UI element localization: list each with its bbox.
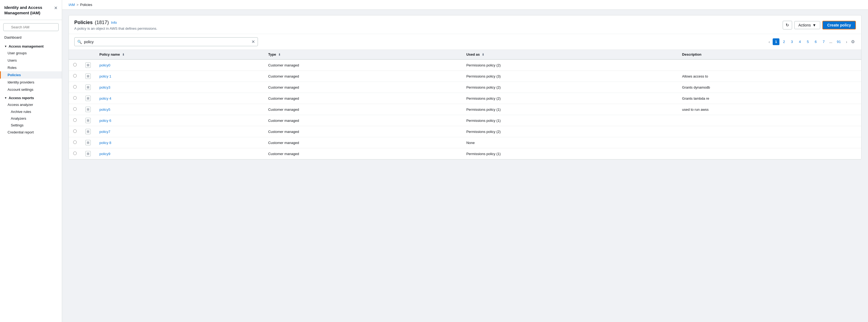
table-body: ⊞ policy0 Customer managed Permissions p… — [69, 59, 861, 159]
policy-link-policy0[interactable]: policy0 — [99, 63, 110, 67]
expand-button-policy9[interactable]: ⊞ — [85, 151, 91, 156]
radio-input-policy4[interactable] — [73, 96, 77, 100]
sidebar-item-access-analyzer[interactable]: Access analyzer — [0, 101, 62, 108]
type-sort-icon[interactable]: ⬇ — [278, 53, 281, 56]
page-7-button[interactable]: 7 — [820, 38, 827, 45]
th-description: Description — [678, 50, 861, 59]
th-policy-name: Policy name ⬇ — [95, 50, 264, 59]
page-3-button[interactable]: 3 — [788, 38, 795, 45]
row-expand-policy0[interactable]: ⊞ — [81, 59, 95, 71]
policy-name-sort-icon[interactable]: ⬇ — [122, 53, 124, 56]
main-content: IAM > Policies Policies (1817) Info A po… — [62, 0, 868, 322]
radio-input-policy6[interactable] — [73, 118, 77, 122]
row-expand-policy4[interactable]: ⊞ — [81, 93, 95, 104]
expand-button-policy8[interactable]: ⊞ — [85, 140, 91, 145]
page-2-button[interactable]: 2 — [780, 38, 787, 45]
page-91-button[interactable]: 91 — [835, 38, 843, 45]
row-radio-policy5[interactable] — [69, 104, 81, 115]
row-name-policy5: policy5 — [95, 104, 264, 115]
sidebar-item-identity-providers[interactable]: Identity providers — [0, 79, 62, 86]
sidebar-section-access-management[interactable]: ▼ Access management — [0, 41, 62, 50]
radio-input-policy9[interactable] — [73, 151, 77, 155]
expand-button-policy0[interactable]: ⊞ — [85, 62, 91, 68]
sidebar-item-roles[interactable]: Roles — [0, 64, 62, 71]
expand-button-policy7[interactable]: ⊞ — [85, 129, 91, 134]
create-policy-button[interactable]: Create policy — [823, 21, 856, 29]
radio-input-policy3[interactable] — [73, 85, 77, 89]
radio-input-policy5[interactable] — [73, 107, 77, 111]
policy-search-input[interactable] — [84, 40, 249, 44]
sidebar-item-policies[interactable]: Policies — [0, 71, 62, 79]
policy-link-policy1[interactable]: policy 1 — [99, 74, 111, 78]
sidebar-item-account-settings[interactable]: Account settings — [0, 86, 62, 93]
row-expand-policy7[interactable]: ⊞ — [81, 126, 95, 137]
row-expand-policy5[interactable]: ⊞ — [81, 104, 95, 115]
row-radio-policy7[interactable] — [69, 126, 81, 137]
expand-button-policy4[interactable]: ⊞ — [85, 96, 91, 101]
next-page-button[interactable]: › — [844, 39, 849, 45]
page-5-button[interactable]: 5 — [804, 38, 811, 45]
sidebar-item-users[interactable]: Users — [0, 57, 62, 64]
row-expand-policy8[interactable]: ⊞ — [81, 137, 95, 148]
sidebar-section-access-reports[interactable]: ▼ Access reports — [0, 93, 62, 101]
page-1-button[interactable]: 1 — [773, 38, 779, 45]
row-name-policy0: policy0 — [95, 59, 264, 71]
prev-page-button[interactable]: ‹ — [767, 39, 772, 45]
actions-button[interactable]: Actions ▼ — [794, 21, 820, 29]
expand-button-policy1[interactable]: ⊞ — [85, 74, 91, 79]
sidebar-item-user-groups[interactable]: User groups — [0, 50, 62, 57]
sidebar-item-settings[interactable]: Settings — [0, 122, 62, 128]
page-6-button[interactable]: 6 — [812, 38, 819, 45]
search-clear-icon[interactable]: ✕ — [251, 39, 255, 44]
policy-link-policy4[interactable]: policy 4 — [99, 96, 111, 100]
policy-link-policy9[interactable]: policy9 — [99, 152, 110, 156]
table-row: ⊞ policy0 Customer managed Permissions p… — [69, 59, 861, 71]
panel-info-link[interactable]: Info — [111, 21, 117, 25]
expand-button-policy5[interactable]: ⊞ — [85, 107, 91, 112]
sidebar-item-credential-report[interactable]: Credential report — [0, 128, 62, 136]
row-radio-policy4[interactable] — [69, 93, 81, 104]
search-bar-row: 🔍 ✕ ‹ 1 2 3 4 5 6 7 ... 91 › ⚙ — [69, 34, 861, 50]
row-type-policy0: Customer managed — [264, 59, 462, 71]
breadcrumb-separator: > — [76, 3, 79, 7]
sidebar-item-analyzers[interactable]: Analyzers — [0, 115, 62, 122]
breadcrumb-iam[interactable]: IAM — [69, 3, 75, 7]
row-expand-policy9[interactable]: ⊞ — [81, 148, 95, 159]
row-radio-policy1[interactable] — [69, 71, 81, 82]
policy-link-policy3[interactable]: policy3 — [99, 85, 110, 89]
row-radio-policy8[interactable] — [69, 137, 81, 148]
radio-input-policy7[interactable] — [73, 129, 77, 133]
panel-title-area: Policies (1817) Info A policy is an obje… — [74, 20, 157, 31]
table-settings-icon[interactable]: ⚙ — [850, 38, 856, 46]
row-expand-policy3[interactable]: ⊞ — [81, 82, 95, 93]
access-management-label: Access management — [9, 44, 43, 48]
radio-input-policy0[interactable] — [73, 63, 77, 66]
radio-input-policy8[interactable] — [73, 141, 77, 144]
refresh-button[interactable]: ↻ — [783, 21, 792, 29]
row-expand-policy1[interactable]: ⊞ — [81, 71, 95, 82]
policy-link-policy5[interactable]: policy5 — [99, 108, 110, 112]
row-radio-policy3[interactable] — [69, 82, 81, 93]
expand-button-policy6[interactable]: ⊞ — [85, 118, 91, 123]
panel-title: Policies (1817) Info — [74, 20, 157, 25]
policy-link-policy6[interactable]: policy 6 — [99, 119, 111, 123]
radio-input-policy1[interactable] — [73, 74, 77, 78]
policy-link-policy7[interactable]: policy7 — [99, 130, 110, 134]
row-name-policy9: policy9 — [95, 148, 264, 159]
breadcrumb-current: Policies — [80, 3, 92, 7]
row-description-policy8 — [678, 137, 861, 148]
sidebar-item-dashboard[interactable]: Dashboard — [0, 33, 62, 41]
close-icon[interactable]: ✕ — [54, 5, 58, 10]
row-expand-policy6[interactable]: ⊞ — [81, 115, 95, 126]
sidebar-header: Identity and AccessManagement (IAM) ✕ — [0, 0, 62, 20]
th-description-label: Description — [682, 52, 702, 56]
page-4-button[interactable]: 4 — [797, 38, 803, 45]
expand-button-policy3[interactable]: ⊞ — [85, 85, 91, 90]
policy-link-policy8[interactable]: policy 8 — [99, 141, 111, 145]
used-as-sort-icon[interactable]: ⬇ — [482, 53, 484, 56]
row-radio-policy6[interactable] — [69, 115, 81, 126]
search-input[interactable] — [3, 23, 59, 31]
row-radio-policy0[interactable] — [69, 59, 81, 71]
sidebar-item-archive-rules[interactable]: Archive rules — [0, 108, 62, 115]
row-radio-policy9[interactable] — [69, 148, 81, 159]
